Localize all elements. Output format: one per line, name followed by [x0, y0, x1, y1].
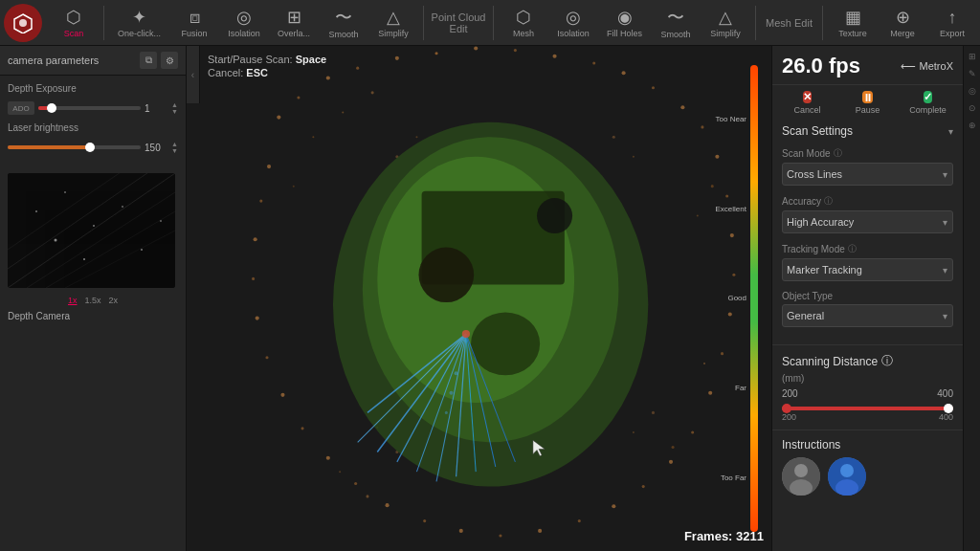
svg-point-31: [680, 105, 684, 109]
zoom-1x[interactable]: 1x: [68, 296, 78, 305]
dist-far: Far: [712, 384, 746, 392]
distance-range-top: 200 400: [782, 388, 953, 399]
distance-slider-thumb-right[interactable]: [944, 404, 953, 413]
scan-mode-info-icon[interactable]: ⓘ: [834, 147, 842, 160]
svg-point-46: [499, 535, 501, 538]
accuracy-select[interactable]: High Accuracy Standard Fast: [782, 210, 953, 233]
depth-camera-label: Depth Camera: [0, 309, 186, 323]
distance-range-max: 400: [939, 412, 953, 422]
merge-icon: ⊕: [896, 7, 910, 28]
tracking-mode-info-icon[interactable]: ⓘ: [848, 243, 857, 255]
toolbar-divider-1: [103, 6, 104, 40]
toolbar-one-click[interactable]: ✦ One-click...: [110, 5, 168, 40]
cancel-label: Cancel: [793, 105, 820, 115]
fusion-icon: ⧈: [189, 8, 200, 28]
tool-icon-2[interactable]: ✎: [966, 67, 979, 80]
toolbar-texture[interactable]: ▦ Texture: [829, 5, 877, 40]
svg-point-11: [93, 225, 95, 227]
svg-point-25: [474, 46, 478, 50]
tool-icon-3[interactable]: ◎: [966, 84, 979, 98]
distance-range-bottom: 200 400: [782, 412, 953, 422]
complete-label: Complete: [909, 105, 947, 115]
scan-settings-body: Scan Mode ⓘ Cross Lines Single Line Area…: [772, 143, 963, 344]
mesh-edit-label: Mesh Edit: [762, 17, 816, 29]
accuracy-info-icon[interactable]: ⓘ: [824, 195, 833, 208]
laser-brightness-arrows[interactable]: ▲ ▼: [171, 141, 178, 154]
svg-point-62: [371, 91, 374, 94]
toolbar-fusion[interactable]: ⧈ Fusion: [170, 6, 218, 40]
svg-point-43: [612, 504, 615, 508]
laser-brightness-slider[interactable]: [8, 145, 141, 149]
smooth2-icon: 〜: [667, 6, 684, 29]
toolbar-mesh[interactable]: ⬡ Mesh: [500, 5, 547, 40]
scanning-distance-info-icon[interactable]: ⓘ: [881, 353, 893, 369]
svg-point-68: [339, 471, 341, 473]
toolbar-overlay[interactable]: ⊞ Overla...: [270, 5, 318, 40]
tool-icon-1[interactable]: ⊞: [966, 50, 979, 63]
distance-labels: Too Near Excellent Good Far Too Far: [712, 46, 746, 551]
settings-icon[interactable]: ⚙: [161, 52, 178, 69]
toolbar-merge[interactable]: ⊕ Merge: [879, 5, 926, 40]
arrow-up-2-icon[interactable]: ▲: [171, 141, 178, 147]
complete-button[interactable]: ✓: [924, 91, 932, 103]
depth-preview: [8, 173, 175, 288]
distance-slider-thumb-left[interactable]: [782, 404, 791, 413]
avatar-row: [782, 457, 953, 496]
tool-icon-4[interactable]: ⊙: [966, 101, 979, 115]
svg-point-27: [552, 55, 556, 58]
zoom-2x[interactable]: 2x: [109, 296, 119, 305]
scan-mode-select[interactable]: Cross Lines Single Line Area: [782, 163, 953, 186]
tracking-mode-row: Tracking Mode ⓘ Marker Tracking Feature …: [782, 243, 953, 281]
copy-icon[interactable]: ⧉: [140, 52, 157, 69]
toolbar-isolation2[interactable]: ◎ Isolation: [549, 5, 597, 40]
svg-point-57: [254, 237, 257, 241]
svg-point-56: [252, 277, 255, 280]
accuracy-label: Accuracy ⓘ: [782, 195, 953, 208]
toolbar-export[interactable]: ↑ Export: [928, 6, 976, 40]
arrow-down-2-icon[interactable]: ▼: [171, 147, 178, 154]
depth-exposure-slider[interactable]: [38, 106, 141, 110]
toolbar-fill-holes[interactable]: ◉ Fill Holes: [599, 5, 650, 40]
main-toolbar: ⬡ Scan ✦ One-click... ⧈ Fusion ◎ Isolati…: [0, 0, 980, 46]
cancel-label: Cancel:: [208, 67, 243, 78]
collapse-panel-button[interactable]: ‹: [187, 46, 200, 103]
svg-point-21: [326, 76, 330, 79]
svg-point-97: [449, 391, 453, 395]
tool-icon-5[interactable]: ⊕: [966, 119, 979, 132]
svg-point-14: [141, 249, 143, 251]
distance-slider-track[interactable]: [782, 407, 953, 410]
svg-point-98: [445, 411, 448, 414]
svg-point-54: [265, 356, 268, 359]
depth-preview-svg: [8, 173, 175, 288]
depth-exposure-arrows[interactable]: ▲ ▼: [171, 101, 178, 115]
right-panel: 26.0 fps ⟵ MetroX ✕ Cancel ⏸ Pause ✓ Com…: [771, 46, 963, 551]
pause-button[interactable]: ⏸: [862, 91, 873, 103]
toolbar-smooth2[interactable]: 〜 Smooth: [652, 4, 700, 41]
toolbar-scan[interactable]: ⬡ Scan: [50, 5, 98, 40]
left-panel-header: camera parameters ⧉ ⚙: [0, 46, 186, 76]
point-cloud-visualization: [200, 46, 771, 551]
scan-settings-title: Scan Settings: [782, 124, 853, 138]
isolation2-icon: ◎: [566, 7, 581, 28]
arrow-down-icon[interactable]: ▼: [171, 108, 178, 115]
arrow-up-icon[interactable]: ▲: [171, 101, 178, 108]
svg-point-66: [703, 363, 705, 364]
left-panel-title: camera parameters: [8, 55, 99, 66]
cancel-button[interactable]: ✕: [803, 91, 812, 103]
app-logo[interactable]: [4, 4, 42, 42]
svg-point-10: [64, 191, 66, 193]
toolbar-simplify[interactable]: △ Simplify: [369, 5, 417, 40]
toolbar-smooth[interactable]: 〜 Smooth: [320, 4, 368, 41]
toolbar-isolation[interactable]: ◎ Isolation: [220, 5, 268, 40]
scan-settings-header[interactable]: Scan Settings ▾: [772, 117, 963, 143]
arrow-left-icon: ⟵: [901, 60, 916, 73]
laser-brightness-thumb[interactable]: [85, 143, 95, 152]
toolbar-simplify2[interactable]: △ Simplify: [702, 5, 749, 40]
depth-exposure-thumb[interactable]: [47, 103, 56, 113]
overlay-icon: ⊞: [287, 7, 301, 28]
zoom-1-5x[interactable]: 1.5x: [84, 296, 100, 305]
object-type-select[interactable]: General Dark Object Shiny Object: [782, 304, 953, 327]
tracking-mode-select[interactable]: Marker Tracking Feature Tracking Hybrid: [782, 258, 953, 281]
center-canvas[interactable]: Start/Pause Scan: Space Cancel: ESC Too …: [200, 46, 771, 551]
dist-too-near: Too Near: [712, 115, 746, 123]
